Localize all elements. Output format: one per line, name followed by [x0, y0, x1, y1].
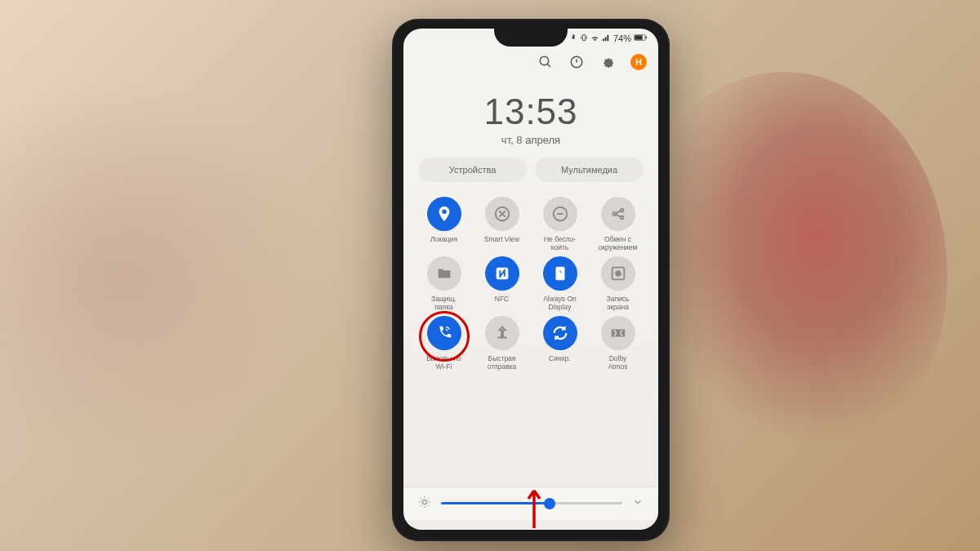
toggle-label: Синхр. [549, 354, 571, 371]
svg-point-7 [612, 212, 616, 216]
toggle-location[interactable]: Локация [416, 197, 471, 251]
wifi-icon [590, 33, 599, 44]
toggle-label: Не беспо- коить [544, 235, 576, 251]
battery-text: 74% [613, 33, 631, 43]
toggle-dolby[interactable]: Dolby Atmos [590, 316, 645, 371]
share-icon[interactable] [601, 197, 635, 231]
brightness-slider[interactable] [441, 502, 622, 504]
toggle-share[interactable]: Обмен с окружением [590, 197, 645, 251]
status-icons: 74% [569, 33, 647, 44]
toggle-nfc[interactable]: NFC [474, 256, 529, 311]
gear-icon[interactable] [599, 54, 616, 70]
toggle-label: Быстрая отправка [488, 354, 517, 371]
action-bar: H [403, 47, 658, 77]
svg-point-3 [540, 56, 549, 65]
sync-icon[interactable] [543, 316, 577, 350]
toggle-smartview[interactable]: Smart View [474, 197, 529, 251]
aod-icon[interactable] [543, 256, 577, 291]
clock-time: 13:53 [403, 91, 658, 132]
dolby-icon[interactable] [601, 316, 635, 350]
clock-section: 13:53 чт, 8 апреля [403, 77, 658, 158]
toggle-label: Smart View [484, 235, 519, 251]
quickshare-icon[interactable] [485, 316, 519, 350]
svg-point-14 [616, 271, 621, 276]
toggle-label: Dolby Atmos [608, 354, 627, 371]
panel-tabs: Устройства Мультимедиа [403, 158, 658, 182]
battery-icon [634, 33, 647, 43]
brightness-slider-section [403, 487, 658, 520]
phone-frame: 74% H 13:53 чт, 8 апреля Устройства [392, 19, 670, 541]
dnd-icon[interactable] [543, 197, 577, 231]
location-icon[interactable] [427, 197, 461, 231]
svg-point-8 [620, 208, 623, 211]
background-decor [621, 72, 947, 480]
wificall-icon[interactable] [427, 316, 461, 350]
nfc-icon[interactable] [485, 256, 519, 291]
svg-point-9 [620, 216, 623, 219]
bluetooth-icon [569, 33, 577, 43]
brightness-slider-thumb[interactable] [544, 498, 555, 509]
signal-icon [602, 33, 611, 44]
power-icon[interactable] [568, 54, 585, 70]
toggle-label: Локация [430, 235, 457, 251]
background-decor [0, 0, 408, 551]
toggle-sync[interactable]: Синхр. [532, 316, 587, 371]
svg-rect-2 [646, 37, 647, 39]
toggle-dnd[interactable]: Не беспо- коить [532, 197, 587, 251]
toggle-label: NFC [495, 295, 509, 311]
search-icon[interactable] [537, 54, 554, 70]
brightness-icon [418, 495, 431, 512]
toggle-label: Вызовы по Wi-Fi [426, 354, 461, 371]
smartview-icon[interactable] [485, 197, 519, 231]
toggle-quickshare[interactable]: Быстрая отправка [474, 316, 529, 371]
toggle-label: Защищ. папка [431, 295, 457, 311]
toggle-wificall[interactable]: Вызовы по Wi-Fi [416, 316, 471, 371]
phone-screen: 74% H 13:53 чт, 8 апреля Устройства [403, 29, 658, 530]
toggle-label: Always On Display [543, 295, 577, 311]
svg-point-16 [422, 500, 426, 504]
toggle-aod[interactable]: Always On Display [532, 256, 587, 311]
tab-devices[interactable]: Устройства [418, 158, 527, 182]
clock-date: чт, 8 апреля [403, 134, 658, 146]
svg-rect-15 [611, 330, 625, 337]
chevron-down-icon[interactable] [632, 496, 644, 510]
tab-media[interactable]: Мультимедиа [535, 158, 644, 182]
vibrate-icon [580, 33, 588, 43]
record-icon[interactable] [601, 256, 635, 291]
folder-icon[interactable] [427, 256, 461, 291]
screen-notch [494, 29, 568, 47]
quick-toggle-grid: ЛокацияSmart ViewНе беспо- коитьОбмен с … [403, 197, 658, 371]
toggle-label: Запись экрана [607, 295, 630, 311]
toggle-folder[interactable]: Защищ. папка [416, 256, 471, 311]
toggle-label: Обмен с окружением [599, 235, 638, 251]
toggle-record[interactable]: Запись экрана [590, 256, 645, 311]
svg-rect-1 [635, 35, 642, 39]
notification-badge[interactable]: H [630, 54, 647, 70]
